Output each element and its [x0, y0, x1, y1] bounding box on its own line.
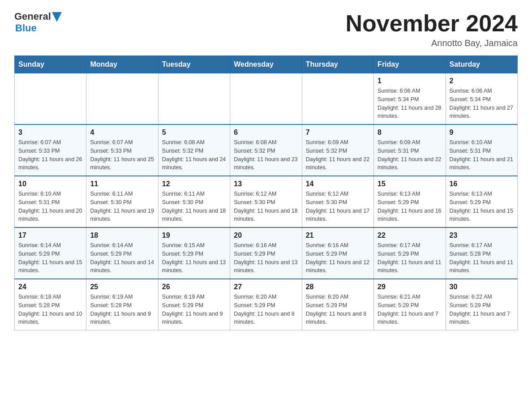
- calendar-table: SundayMondayTuesdayWednesdayThursdayFrid…: [14, 56, 518, 330]
- day-info: Sunrise: 6:09 AMSunset: 5:31 PMDaylight:…: [378, 138, 442, 172]
- page-subtitle: Annotto Bay, Jamaica: [346, 38, 518, 48]
- calendar-header-monday: Monday: [86, 56, 158, 73]
- calendar-cell: 29Sunrise: 6:21 AMSunset: 5:29 PMDayligh…: [374, 279, 446, 330]
- day-info: Sunrise: 6:12 AMSunset: 5:30 PMDaylight:…: [306, 190, 370, 223]
- calendar-header-sunday: Sunday: [15, 56, 86, 73]
- calendar-cell: 18Sunrise: 6:14 AMSunset: 5:29 PMDayligh…: [86, 227, 158, 279]
- calendar-cell: 22Sunrise: 6:17 AMSunset: 5:29 PMDayligh…: [374, 227, 446, 279]
- day-info: Sunrise: 6:18 AMSunset: 5:28 PMDaylight:…: [18, 293, 82, 326]
- day-info: Sunrise: 6:20 AMSunset: 5:29 PMDaylight:…: [234, 293, 298, 326]
- day-number: 14: [306, 180, 370, 188]
- day-info: Sunrise: 6:16 AMSunset: 5:29 PMDaylight:…: [234, 241, 298, 275]
- svg-marker-0: [52, 12, 62, 22]
- day-number: 19: [162, 231, 226, 240]
- calendar-header-thursday: Thursday: [302, 56, 373, 73]
- day-info: Sunrise: 6:13 AMSunset: 5:29 PMDaylight:…: [378, 190, 442, 223]
- calendar-cell: [230, 73, 302, 125]
- calendar-cell: 10Sunrise: 6:10 AMSunset: 5:31 PMDayligh…: [15, 176, 86, 227]
- day-number: 25: [90, 283, 154, 291]
- page-header: General Blue November 2024 Annotto Bay, …: [14, 11, 518, 48]
- day-number: 26: [162, 283, 226, 291]
- day-info: Sunrise: 6:17 AMSunset: 5:29 PMDaylight:…: [378, 241, 442, 275]
- logo-triangle-icon: [52, 12, 62, 22]
- day-info: Sunrise: 6:11 AMSunset: 5:30 PMDaylight:…: [90, 190, 154, 223]
- day-info: Sunrise: 6:16 AMSunset: 5:29 PMDaylight:…: [306, 241, 370, 275]
- day-number: 4: [90, 128, 154, 137]
- calendar-cell: 30Sunrise: 6:22 AMSunset: 5:29 PMDayligh…: [446, 279, 517, 330]
- day-number: 3: [18, 128, 82, 137]
- day-number: 27: [234, 283, 298, 291]
- calendar-header-friday: Friday: [374, 56, 446, 73]
- calendar-week-row: 1Sunrise: 6:06 AMSunset: 5:34 PMDaylight…: [15, 73, 518, 125]
- calendar-cell: [15, 73, 86, 125]
- day-info: Sunrise: 6:19 AMSunset: 5:28 PMDaylight:…: [90, 293, 154, 326]
- calendar-cell: 8Sunrise: 6:09 AMSunset: 5:31 PMDaylight…: [374, 124, 446, 176]
- day-number: 30: [450, 283, 514, 291]
- day-number: 11: [90, 180, 154, 188]
- title-area: November 2024 Annotto Bay, Jamaica: [346, 11, 518, 48]
- day-number: 23: [450, 231, 514, 240]
- day-number: 22: [378, 231, 442, 240]
- day-number: 28: [306, 283, 370, 291]
- day-number: 17: [18, 231, 82, 240]
- calendar-header-row: SundayMondayTuesdayWednesdayThursdayFrid…: [15, 56, 518, 73]
- calendar-cell: 23Sunrise: 6:17 AMSunset: 5:28 PMDayligh…: [446, 227, 517, 279]
- calendar-cell: 1Sunrise: 6:06 AMSunset: 5:34 PMDaylight…: [374, 73, 446, 125]
- day-info: Sunrise: 6:08 AMSunset: 5:32 PMDaylight:…: [234, 138, 298, 172]
- day-info: Sunrise: 6:09 AMSunset: 5:32 PMDaylight:…: [306, 138, 370, 172]
- day-number: 24: [18, 283, 82, 291]
- calendar-cell: 6Sunrise: 6:08 AMSunset: 5:32 PMDaylight…: [230, 124, 302, 176]
- day-number: 15: [378, 180, 442, 188]
- calendar-header-wednesday: Wednesday: [230, 56, 302, 73]
- day-number: 21: [306, 231, 370, 240]
- calendar-week-row: 3Sunrise: 6:07 AMSunset: 5:33 PMDaylight…: [15, 124, 518, 176]
- logo-general-text: General: [14, 11, 51, 22]
- calendar-cell: 3Sunrise: 6:07 AMSunset: 5:33 PMDaylight…: [15, 124, 86, 176]
- day-info: Sunrise: 6:10 AMSunset: 5:31 PMDaylight:…: [450, 138, 514, 172]
- day-info: Sunrise: 6:19 AMSunset: 5:29 PMDaylight:…: [162, 293, 226, 326]
- day-info: Sunrise: 6:20 AMSunset: 5:29 PMDaylight:…: [306, 293, 370, 326]
- day-info: Sunrise: 6:14 AMSunset: 5:29 PMDaylight:…: [18, 241, 82, 275]
- calendar-cell: 16Sunrise: 6:13 AMSunset: 5:29 PMDayligh…: [446, 176, 517, 227]
- day-number: 5: [162, 128, 226, 137]
- day-number: 10: [18, 180, 82, 188]
- day-info: Sunrise: 6:22 AMSunset: 5:29 PMDaylight:…: [450, 293, 514, 326]
- day-number: 7: [306, 128, 370, 137]
- day-number: 1: [378, 77, 442, 85]
- day-info: Sunrise: 6:17 AMSunset: 5:28 PMDaylight:…: [450, 241, 514, 275]
- calendar-header-saturday: Saturday: [446, 56, 517, 73]
- calendar-cell: 9Sunrise: 6:10 AMSunset: 5:31 PMDaylight…: [446, 124, 517, 176]
- day-info: Sunrise: 6:15 AMSunset: 5:29 PMDaylight:…: [162, 241, 226, 275]
- page-title: November 2024: [346, 11, 518, 36]
- calendar-cell: 15Sunrise: 6:13 AMSunset: 5:29 PMDayligh…: [374, 176, 446, 227]
- calendar-cell: [302, 73, 373, 125]
- calendar-cell: 4Sunrise: 6:07 AMSunset: 5:33 PMDaylight…: [86, 124, 158, 176]
- day-info: Sunrise: 6:06 AMSunset: 5:34 PMDaylight:…: [450, 87, 514, 120]
- day-number: 16: [450, 180, 514, 188]
- day-number: 29: [378, 283, 442, 291]
- day-number: 18: [90, 231, 154, 240]
- calendar-week-row: 17Sunrise: 6:14 AMSunset: 5:29 PMDayligh…: [15, 227, 518, 279]
- day-info: Sunrise: 6:08 AMSunset: 5:32 PMDaylight:…: [162, 138, 226, 172]
- day-info: Sunrise: 6:21 AMSunset: 5:29 PMDaylight:…: [378, 293, 442, 326]
- day-info: Sunrise: 6:07 AMSunset: 5:33 PMDaylight:…: [90, 138, 154, 172]
- day-number: 13: [234, 180, 298, 188]
- day-number: 20: [234, 231, 298, 240]
- calendar-cell: 13Sunrise: 6:12 AMSunset: 5:30 PMDayligh…: [230, 176, 302, 227]
- day-info: Sunrise: 6:07 AMSunset: 5:33 PMDaylight:…: [18, 138, 82, 172]
- day-number: 8: [378, 128, 442, 137]
- calendar-cell: 20Sunrise: 6:16 AMSunset: 5:29 PMDayligh…: [230, 227, 302, 279]
- calendar-cell: [158, 73, 230, 125]
- calendar-cell: 2Sunrise: 6:06 AMSunset: 5:34 PMDaylight…: [446, 73, 517, 125]
- day-info: Sunrise: 6:10 AMSunset: 5:31 PMDaylight:…: [18, 190, 82, 223]
- day-info: Sunrise: 6:14 AMSunset: 5:29 PMDaylight:…: [90, 241, 154, 275]
- day-number: 2: [450, 77, 514, 85]
- calendar-cell: 7Sunrise: 6:09 AMSunset: 5:32 PMDaylight…: [302, 124, 373, 176]
- day-info: Sunrise: 6:12 AMSunset: 5:30 PMDaylight:…: [234, 190, 298, 223]
- logo-blue-text: Blue: [15, 22, 37, 34]
- calendar-cell: 11Sunrise: 6:11 AMSunset: 5:30 PMDayligh…: [86, 176, 158, 227]
- day-info: Sunrise: 6:11 AMSunset: 5:30 PMDaylight:…: [162, 190, 226, 223]
- calendar-cell: 21Sunrise: 6:16 AMSunset: 5:29 PMDayligh…: [302, 227, 373, 279]
- logo: General Blue: [14, 11, 62, 34]
- day-number: 6: [234, 128, 298, 137]
